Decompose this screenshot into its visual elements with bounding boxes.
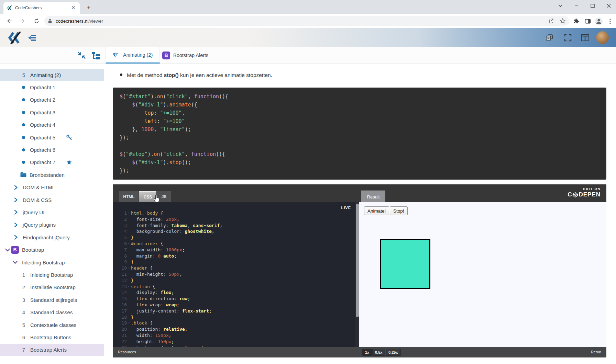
speed-1x-button[interactable]: 1x	[362, 349, 372, 356]
browser-tab-title: CodeCrashers	[15, 5, 70, 10]
sidebar-item-inleiding-bootstrap[interactable]: Inleiding Bootstrap	[0, 256, 104, 269]
tab-bootstrap-alerts[interactable]: B Bootstrap Alerts	[155, 47, 215, 64]
user-avatar[interactable]	[596, 31, 609, 44]
chevron-right-icon	[13, 235, 19, 240]
css-editor[interactable]: 1▾html, body {2 font-size: 20px;3 font-f…	[113, 202, 359, 347]
browser-tab[interactable]: CodeCrashers ✕	[3, 2, 80, 14]
chapter-number: 6	[20, 334, 28, 340]
chapter-number: 4	[20, 309, 28, 315]
sidebar-item-bronbestanden[interactable]: Bronbestanden	[0, 169, 104, 181]
chapter-number: 7	[20, 347, 28, 353]
window-minimize-button[interactable]	[569, 0, 584, 12]
sidebar-item-bootstrap[interactable]: BBootstrap	[0, 243, 104, 256]
codepen-logo: C DEPEN	[568, 191, 601, 198]
codepen-tab-html[interactable]: HTML	[119, 191, 139, 202]
sidebar-item-opdracht-4[interactable]: Opdracht 4	[0, 119, 104, 131]
sidebar-item-jquery-ui[interactable]: jQuery UI	[0, 206, 104, 218]
sidebar-item-jquery-plugins[interactable]: jQuery plugins	[0, 219, 104, 231]
mouse-cursor	[153, 194, 161, 205]
forward-icon[interactable]	[18, 16, 28, 26]
close-all-windows-icon[interactable]	[544, 33, 554, 43]
sidebar-item-bootstrap-buttons[interactable]: 6Bootstrap Buttons	[0, 331, 104, 343]
code-line: 17 justify-content: flex-start;	[113, 308, 359, 314]
tab-close-icon[interactable]: ✕	[70, 5, 76, 11]
sidebar-item-dom-html[interactable]: DOM & HTML	[0, 181, 104, 194]
code-line: 11 min-height: 50px;	[113, 271, 359, 277]
sidebar-item-opdracht-5[interactable]: Opdracht 5	[0, 131, 104, 144]
extensions-puzzle-icon[interactable]	[572, 17, 581, 26]
lesson-content: Met de method stop() kun je een actieve …	[104, 64, 616, 364]
sidebar-item-label: Opdracht 7	[30, 159, 55, 165]
speed-025x-button[interactable]: 0.25x	[386, 349, 401, 356]
new-tab-button[interactable]: +	[85, 4, 93, 12]
css-code: 1▾html, body {2 font-size: 20px;3 font-f…	[113, 210, 359, 347]
lesson-bullet: Met de method stop() kun je een actieve …	[120, 72, 272, 78]
editor-scrollbar[interactable]	[355, 202, 359, 347]
codepen-result-button[interactable]: Result	[361, 191, 385, 202]
side-panel-icon[interactable]	[583, 17, 592, 26]
back-icon[interactable]	[4, 16, 14, 26]
sidebar-item-standaard-stijlregels[interactable]: 3Standaard stijlregels	[0, 294, 104, 306]
sidebar-item-standaard-classes[interactable]: 4Standaard classes	[0, 306, 104, 318]
sidebar-item-installatie-bootstrap[interactable]: 2Installatie Bootstrap	[0, 281, 104, 294]
code-line: 19▾.block {	[113, 320, 359, 326]
window-close-button[interactable]	[601, 0, 616, 12]
sidebar-item-bootstrap-alerts[interactable]: 7Bootstrap Alerts	[0, 344, 104, 356]
sidebar-item-label: Standaard classes	[30, 309, 73, 315]
sidebar-item-opdracht-3[interactable]: Opdracht 3	[0, 106, 104, 118]
sidebar-item-dom-css[interactable]: DOM & CSS	[0, 194, 104, 206]
stop-button[interactable]: Stop!	[390, 206, 408, 215]
codecrashers-logo[interactable]	[8, 31, 22, 45]
resources-link[interactable]: Resources	[118, 350, 136, 354]
address-bar[interactable]: codecrashers.nl/viewer	[44, 16, 569, 26]
rerun-button[interactable]: Rerun	[591, 350, 601, 354]
sidebar-item-inleiding-bootstrap[interactable]: 1Inleiding Bootstrap	[0, 269, 104, 281]
sidebar-item-opdracht-1[interactable]: Opdracht 1	[0, 81, 104, 93]
tree-view-icon[interactable]	[91, 51, 100, 60]
editor-scrollbar-thumb[interactable]	[356, 204, 359, 317]
sidebar-item-opdracht-6[interactable]: Opdracht 6	[0, 144, 104, 156]
codepen-brand[interactable]: EDIT ON C DEPEN	[568, 187, 601, 198]
collapse-all-icon[interactable]	[77, 51, 86, 60]
sidebar-item-label: Bootstrap	[22, 247, 44, 253]
reload-icon[interactable]	[32, 16, 41, 26]
bookmark-star-icon[interactable]	[560, 18, 566, 24]
fullscreen-icon[interactable]	[563, 33, 573, 43]
window-maximize-button[interactable]	[585, 0, 601, 12]
sidebar-item-label: Opdracht 4	[30, 122, 55, 128]
profile-avatar-icon[interactable]	[594, 17, 603, 26]
code-line: 18}	[113, 314, 359, 320]
sidebar-item-contextuele-classes[interactable]: 5Contextuele classes	[0, 319, 104, 331]
sidebar-item-label: Opdracht 1	[30, 84, 55, 90]
sidebar-item-animating-2-[interactable]: 5Animating (2)	[0, 69, 104, 81]
chapter-number: 5	[20, 322, 28, 328]
sidebar-item-label: Inleiding Bootstrap	[22, 260, 65, 265]
chapter-number: 2	[20, 284, 28, 290]
course-sidebar: 5Animating (2)Opdracht 1Opdracht 2Opdrac…	[0, 64, 104, 364]
speed-05x-button[interactable]: 0.5x	[372, 349, 385, 356]
sidebar-item-label: Standaard stijlregels	[30, 297, 77, 303]
code-line: 8 margin: 0 auto;	[113, 253, 359, 259]
folder-icon	[20, 172, 27, 178]
share-icon[interactable]	[548, 18, 554, 24]
sidebar-item-opdracht-7[interactable]: Opdracht 7	[0, 156, 104, 169]
split-view-icon[interactable]	[580, 33, 590, 43]
sidebar-item-opdracht-2[interactable]: Opdracht 2	[0, 94, 104, 106]
animated-block	[380, 239, 430, 289]
sidebar-item-label: Opdracht 6	[30, 147, 55, 153]
sidebar-item-label: Eindopdracht jQuery	[23, 235, 70, 240]
code-line: 1▾html, body {	[113, 210, 359, 216]
codepen-header: HTML CSS JS Result EDIT ON C DEPEN	[113, 185, 606, 202]
chevron-right-icon	[13, 185, 19, 190]
code-line: $("#start").on("click", function(){	[120, 92, 606, 101]
tab-animating[interactable]: Animating (2)	[106, 47, 160, 64]
code-line: 23 background-color: turquoise;	[113, 345, 359, 347]
sidebar-item-eindopdracht-jquery[interactable]: Eindopdracht jQuery	[0, 231, 104, 243]
collapse-sidebar-icon[interactable]	[28, 33, 37, 43]
code-line: }, 1000, "linear");	[120, 125, 606, 134]
codepen-cube-icon	[572, 192, 578, 198]
menu-kebab-icon[interactable]	[606, 17, 615, 26]
chapter-number: 1	[20, 272, 28, 278]
tab-search-icon[interactable]	[552, 0, 568, 12]
animate-button[interactable]: Animate!	[364, 206, 389, 215]
